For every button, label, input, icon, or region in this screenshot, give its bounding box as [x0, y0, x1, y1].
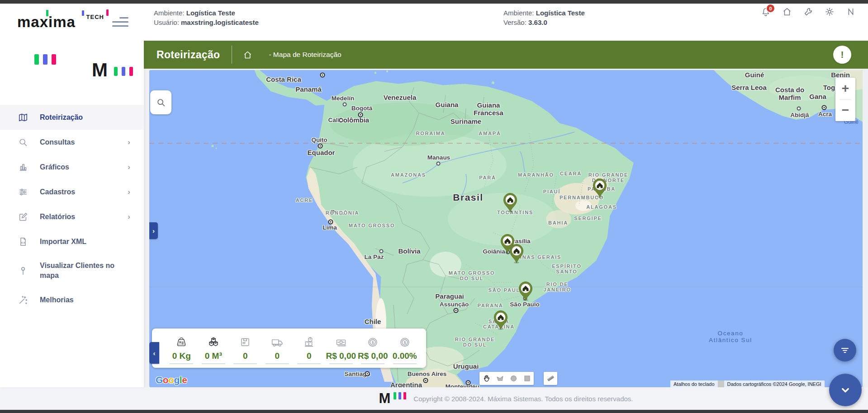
stat-revenue: $ R$ 0,00: [357, 334, 389, 364]
sidebar-logo-area: M: [0, 41, 144, 105]
stat-value: R$ 0,00: [358, 351, 388, 361]
sidebar-item-melhorias[interactable]: Melhorias: [0, 287, 144, 312]
sliders-icon: [18, 187, 28, 197]
stat-weight: Kg 0 Kg: [166, 334, 198, 364]
stat-money: R$ 0,00: [325, 334, 357, 364]
map-zoom-control: + −: [835, 78, 855, 121]
app-footer: M Copyright © 2008-2024. Máxima Sistemas…: [0, 387, 868, 410]
package-icon: [237, 334, 253, 350]
search-icon: [18, 137, 28, 147]
cubes-icon: [206, 334, 221, 350]
client-map-marker[interactable]: [493, 310, 508, 330]
window-bottom-edge: [0, 410, 868, 413]
sidebar: M Roteirização Consultas › Gráficos › Ca…: [0, 41, 144, 387]
polygon-tool[interactable]: [493, 372, 507, 385]
stat-value: 0.00%: [393, 351, 417, 361]
versao-value: 3.63.0: [528, 19, 547, 26]
sidebar-item-label: Importar XML: [40, 237, 133, 247]
exit-icon[interactable]: [846, 7, 856, 17]
zoom-in-button[interactable]: +: [835, 78, 855, 99]
sidebar-item-visualizar-clientes[interactable]: Visualizar Clientes no mapa: [0, 254, 144, 287]
ambiente-value-2: Logística Teste: [536, 9, 585, 17]
weight-icon: Kg: [174, 334, 189, 350]
app-header: maxima TECH Ambiente: Logística Teste Us…: [0, 4, 868, 41]
brand-suffix: TECH: [86, 14, 104, 20]
notifications-bell-icon[interactable]: 0: [761, 7, 771, 17]
sidebar-item-label: Cadastros: [40, 187, 133, 197]
page-header-bar: Roteirização - Mapa de Roteirização !: [144, 41, 868, 69]
gear-icon[interactable]: [825, 7, 835, 17]
notification-badge: 0: [766, 4, 775, 13]
panel-expand-button[interactable]: ›: [149, 222, 158, 239]
brand-tick-green: [46, 10, 48, 16]
wrench-icon[interactable]: [803, 7, 813, 17]
page-title: Roteirização: [157, 49, 220, 61]
sidebar-item-label: Roteirização: [40, 113, 133, 122]
breadcrumb-home-icon[interactable]: [243, 50, 252, 60]
environment-version-info: Ambiente: Logística Teste Versão: 3.63.0: [503, 8, 585, 27]
route-map[interactable]: Costa RicaPanamáVenezuelaGuianaGuiana Fr…: [149, 70, 863, 387]
file-code-icon: [18, 237, 28, 247]
sidebar-item-graficos[interactable]: Gráficos ›: [0, 155, 144, 179]
stat-value: 0 Kg: [172, 351, 191, 361]
stat-value: 0: [275, 351, 280, 361]
map-pin-icon: [18, 266, 28, 276]
brand-tick-pink: [106, 9, 109, 16]
edit-report-icon: [18, 212, 28, 222]
usuario-value: maxstring.logisticateste: [181, 19, 259, 26]
header-icon-row: 0: [761, 7, 856, 17]
filter-fab-button[interactable]: [834, 339, 856, 361]
chevron-right-icon: ›: [128, 212, 130, 221]
chevron-right-icon: ›: [128, 138, 130, 147]
stat-pallets: 0: [293, 334, 325, 364]
ambiente-label-2: Ambiente:: [503, 9, 534, 17]
svg-text:Kg: Kg: [180, 341, 184, 344]
alert-button[interactable]: !: [833, 46, 851, 64]
home-icon[interactable]: [782, 7, 792, 17]
google-logo[interactable]: Google: [156, 375, 187, 385]
brand-tick-blue: [82, 10, 84, 16]
pan-hand-tool[interactable]: [479, 372, 493, 385]
coin-icon: $: [365, 334, 380, 350]
stat-value: R$ 0,00: [326, 351, 356, 361]
ambiente-label: Ambiente:: [154, 9, 185, 17]
window-top-edge: [0, 0, 868, 4]
sidebar-item-cadastros[interactable]: Cadastros ›: [0, 179, 144, 204]
ambiente-value: Logística Teste: [186, 9, 235, 17]
sidebar-item-roteirizacao[interactable]: Roteirização: [0, 105, 144, 130]
bar-chart-icon: [18, 162, 28, 172]
circle-tool[interactable]: [507, 372, 520, 385]
sidebar-toggle-icon[interactable]: [112, 17, 129, 28]
chevron-right-icon: ›: [128, 163, 130, 172]
chevron-right-icon: ›: [128, 188, 130, 197]
sidebar-item-label: Gráficos: [40, 162, 133, 172]
coin-percent-icon: $: [397, 334, 413, 350]
totals-collapse-button[interactable]: ‹: [149, 342, 159, 364]
keyboard-shortcuts-button[interactable]: Atalhos do teclado: [670, 380, 718, 387]
ruler-tool[interactable]: [544, 372, 557, 385]
client-map-marker[interactable]: [509, 243, 524, 264]
pallet-icon: [301, 334, 317, 350]
divider: [718, 380, 724, 387]
client-map-marker[interactable]: [503, 192, 518, 213]
scroll-down-fab-button[interactable]: [829, 374, 862, 406]
divider: [232, 46, 232, 64]
footer-m-mark: M: [379, 392, 391, 405]
rectangle-tool[interactable]: [520, 372, 534, 385]
sidebar-item-relatorios[interactable]: Relatórios ›: [0, 204, 144, 229]
stat-value: 0 M³: [205, 351, 222, 361]
breadcrumb: - Mapa de Roteirização: [269, 51, 341, 59]
map-draw-controls: [479, 372, 534, 385]
svg-text:$: $: [403, 340, 406, 345]
zoom-out-button[interactable]: −: [835, 100, 855, 122]
money-icon: [333, 334, 349, 350]
client-map-marker[interactable]: [518, 281, 533, 301]
stat-volume: 0 M³: [198, 334, 230, 364]
sidebar-item-consultas[interactable]: Consultas ›: [0, 130, 144, 155]
client-map-marker[interactable]: [592, 178, 607, 198]
stat-value: 0: [243, 351, 248, 361]
map-attribution: Atalhos do teclado Dados cartográficos ©…: [670, 380, 825, 387]
map-search-button[interactable]: [150, 90, 171, 114]
magic-wand-icon: [18, 295, 28, 305]
sidebar-item-importar-xml[interactable]: Importar XML: [0, 229, 144, 254]
